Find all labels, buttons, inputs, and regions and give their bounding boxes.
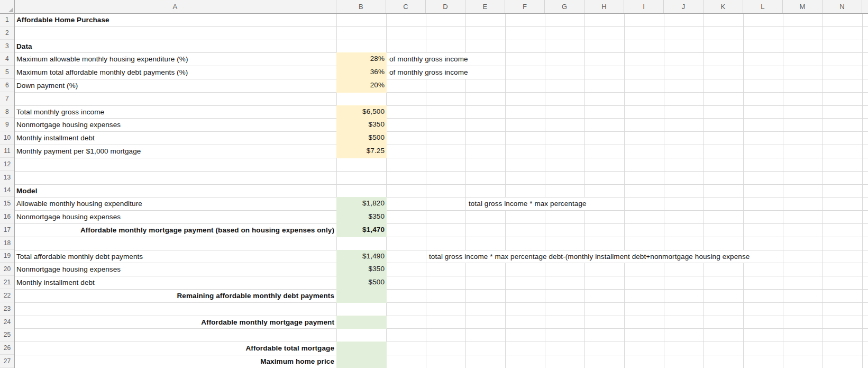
gridline-vertical [783, 13, 783, 368]
row-header-26[interactable]: 26 [0, 342, 14, 355]
row-header-20[interactable]: 20 [0, 263, 14, 276]
row-header-8[interactable]: 8 [0, 105, 14, 119]
cell-B15[interactable]: $1,820 [336, 197, 387, 211]
row-header-9[interactable]: 9 [0, 118, 14, 131]
row-header-27[interactable]: 27 [0, 355, 14, 368]
cell-A4[interactable]: Maximum allowable monthly housing expend… [14, 53, 336, 66]
cell-A1[interactable]: Affordable Home Purchase [14, 14, 336, 26]
cell-A21[interactable]: Monthly installment debt [14, 276, 336, 289]
cell-A9[interactable]: Nonmortgage housing expenses [14, 119, 336, 131]
cell-A26[interactable]: Affordable total mortgage [14, 342, 336, 355]
cell-A24[interactable]: Affordable monthly mortgage payment [14, 316, 336, 329]
row-header-17[interactable]: 17 [0, 223, 14, 237]
cell-A14[interactable]: Model [14, 185, 336, 198]
column-header-N[interactable]: N [823, 0, 862, 13]
row-header-1[interactable]: 1 [0, 13, 14, 26]
cell-B21[interactable]: $500 [336, 276, 387, 290]
column-header-A[interactable]: A [14, 0, 336, 13]
gridline-vertical [743, 13, 744, 368]
column-header-L[interactable]: L [743, 0, 783, 13]
cell-B9[interactable]: $350 [336, 118, 387, 132]
row-header-13[interactable]: 13 [0, 171, 14, 184]
column-header-C[interactable]: C [386, 0, 426, 13]
column-header-partial[interactable] [862, 0, 868, 13]
cell-B22[interactable] [336, 289, 387, 303]
cell-D19[interactable]: total gross income * max percentage debt… [426, 250, 753, 263]
column-header-J[interactable]: J [664, 0, 703, 13]
cell-A17[interactable]: Affordable monthly mortgage payment (bas… [14, 224, 336, 237]
cell-B19[interactable]: $1,490 [336, 250, 387, 264]
row-header-21[interactable]: 21 [0, 276, 14, 289]
column-header-E[interactable]: E [465, 0, 505, 13]
gridline-vertical [505, 13, 506, 368]
row-header-25[interactable]: 25 [0, 328, 14, 342]
cell-B16[interactable]: $350 [336, 210, 387, 224]
cell-B6[interactable]: 20% [336, 79, 387, 93]
cell-E15[interactable]: total gross income * max percentage [466, 198, 590, 210]
cell-B4[interactable]: 28% [336, 52, 387, 66]
row-header-14[interactable]: 14 [0, 184, 14, 198]
row-header-22[interactable]: 22 [0, 289, 14, 302]
cell-B17[interactable]: $1,470 [336, 223, 387, 237]
column-header-D[interactable]: D [426, 0, 465, 13]
column-header-I[interactable]: I [624, 0, 664, 13]
cell-B27[interactable] [336, 355, 387, 368]
gridline-vertical [703, 13, 704, 368]
column-header-K[interactable]: K [703, 0, 743, 13]
row-header-4[interactable]: 4 [0, 52, 14, 66]
row-gutter-border [14, 0, 15, 368]
row-header-5[interactable]: 5 [0, 66, 14, 79]
cell-A22[interactable]: Remaining affordable monthly debt paymen… [14, 290, 336, 302]
row-header-16[interactable]: 16 [0, 210, 14, 223]
column-header-border [0, 13, 868, 14]
cell-A20[interactable]: Nonmortgage housing expenses [14, 263, 336, 276]
cell-A5[interactable]: Maximum total affordable monthly debt pa… [14, 66, 336, 79]
cell-B20[interactable]: $350 [336, 263, 387, 276]
row-header-3[interactable]: 3 [0, 40, 14, 53]
cell-C4[interactable]: of monthly gross income [387, 53, 471, 66]
cell-C5[interactable]: of monthly gross income [387, 66, 471, 79]
cell-A3[interactable]: Data [14, 40, 336, 53]
gridline-horizontal [0, 302, 868, 303]
gridline-horizontal [0, 237, 868, 237]
row-header-2[interactable]: 2 [0, 26, 14, 40]
cell-A15[interactable]: Allowable monthly housing expenditure [14, 198, 336, 210]
column-header-B[interactable]: B [336, 0, 386, 13]
cell-A8[interactable]: Total monthly gross income [14, 106, 336, 119]
cell-B24[interactable] [336, 316, 387, 329]
row-header-6[interactable]: 6 [0, 79, 14, 92]
gridline-vertical [624, 13, 625, 368]
row-header-23[interactable]: 23 [0, 302, 14, 316]
cell-B5[interactable]: 36% [336, 66, 387, 79]
cell-B26[interactable] [336, 342, 387, 355]
select-all-corner[interactable] [0, 0, 14, 13]
row-header-12[interactable]: 12 [0, 158, 14, 171]
cell-B10[interactable]: $500 [336, 131, 387, 145]
cell-B8[interactable]: $6,500 [336, 105, 387, 119]
gridline-vertical [545, 13, 545, 368]
gridline-horizontal [0, 328, 868, 329]
cell-B11[interactable]: $7.25 [336, 145, 387, 158]
cell-A19[interactable]: Total affordable monthly debt payments [14, 250, 336, 263]
row-header-18[interactable]: 18 [0, 237, 14, 250]
cell-A27[interactable]: Maximum home price [14, 355, 336, 368]
gridline-vertical [664, 13, 664, 368]
gridline-vertical [823, 13, 823, 368]
row-header-19[interactable]: 19 [0, 250, 14, 263]
column-header-H[interactable]: H [584, 0, 624, 13]
row-header-24[interactable]: 24 [0, 316, 14, 329]
column-header-F[interactable]: F [505, 0, 545, 13]
row-header-11[interactable]: 11 [0, 145, 14, 158]
gridline-horizontal [0, 26, 868, 27]
row-header-10[interactable]: 10 [0, 131, 14, 145]
cell-A11[interactable]: Monthly payment per $1,000 mortgage [14, 145, 336, 158]
cell-A16[interactable]: Nonmortgage housing expenses [14, 211, 336, 223]
cell-A6[interactable]: Down payment (%) [14, 79, 336, 92]
select-all-triangle-icon [8, 7, 13, 12]
row-header-7[interactable]: 7 [0, 92, 14, 105]
cell-A10[interactable]: Monthly installment debt [14, 132, 336, 145]
gridline-horizontal [0, 158, 868, 158]
column-header-M[interactable]: M [783, 0, 823, 13]
row-header-15[interactable]: 15 [0, 197, 14, 210]
column-header-G[interactable]: G [545, 0, 584, 13]
